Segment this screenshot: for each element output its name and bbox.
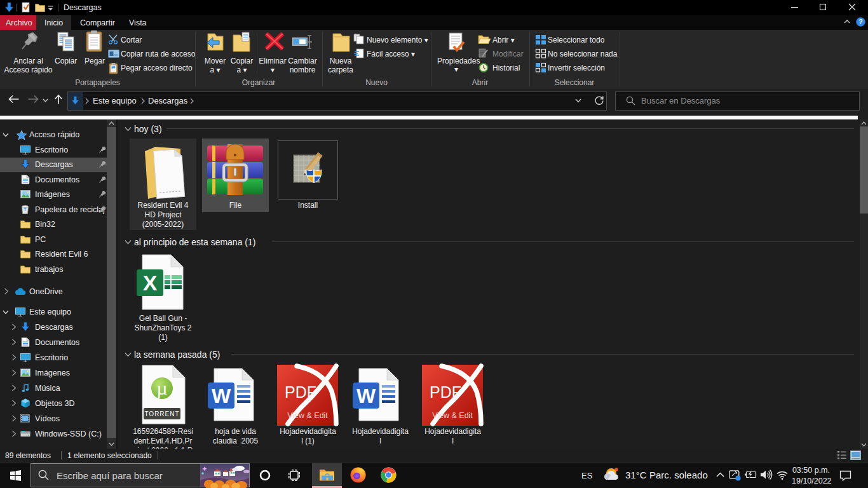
svg-text:TORRENT: TORRENT	[144, 410, 179, 417]
svg-text:?: ?	[858, 18, 862, 25]
svg-text:PDF: PDF	[430, 383, 461, 401]
svg-text:W: W	[212, 384, 231, 407]
svg-text:View & Edit: View & Edit	[432, 411, 473, 420]
svg-text:X: X	[143, 271, 158, 295]
svg-text:W: W	[356, 384, 376, 407]
svg-text:PDF: PDF	[285, 383, 316, 401]
svg-text:View & Edit: View & Edit	[287, 411, 328, 420]
svg-text:µ: µ	[156, 377, 167, 398]
